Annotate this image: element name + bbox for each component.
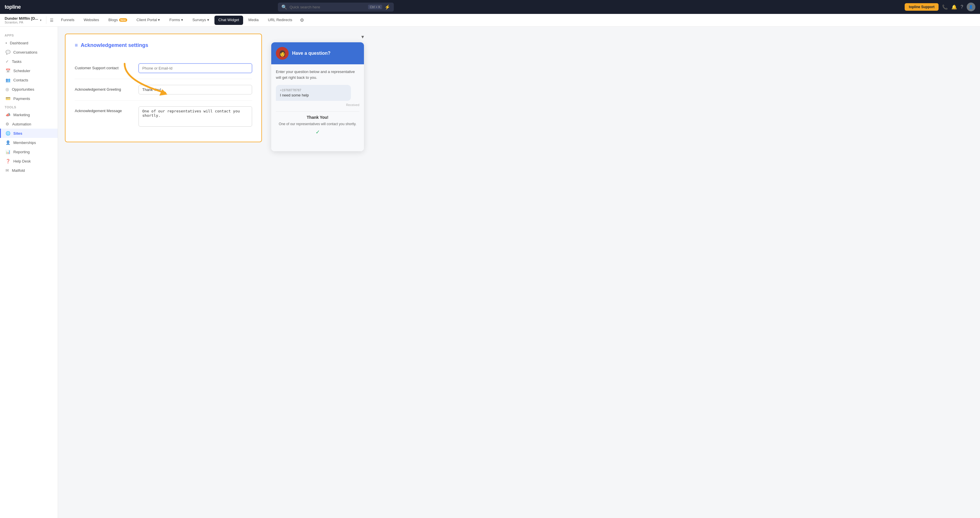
support-button[interactable]: topline Support: [905, 3, 939, 11]
workspace-selector[interactable]: Dunder Mifflin [D... Scranton, PA ▾: [5, 16, 46, 24]
help-icon[interactable]: ?: [961, 4, 963, 10]
sites-icon: 🌐: [5, 131, 10, 135]
form-row-support-contact: Customer Support contact: [75, 58, 252, 79]
blogs-new-badge: New: [119, 18, 127, 22]
workspace-name: Dunder Mifflin [D...: [5, 16, 38, 21]
mailfold-icon: ✉: [5, 168, 9, 173]
search-icon: 🔍: [282, 4, 287, 10]
sidebar: Apps ▪ Dashboard 💬 Conversations ✓ Tasks…: [0, 27, 58, 518]
chevron-down-icon: ▾: [40, 19, 41, 22]
sidebar-item-label: Payments: [13, 97, 30, 101]
sidebar-item-sites[interactable]: 🌐 Sites: [0, 129, 58, 138]
chat-ack-message: One of our representatives will contact …: [276, 121, 359, 127]
automation-icon: ⚙: [5, 122, 9, 126]
greeting-label: Acknowledgement Greeting: [75, 85, 133, 92]
content-area: ≡ Acknowledgement settings Customer Supp…: [58, 27, 980, 518]
support-contact-input-wrap: [138, 64, 252, 73]
sidebar-item-label: Memberships: [13, 140, 36, 145]
support-contact-label: Customer Support contact: [75, 64, 133, 70]
sidebar-item-memberships[interactable]: 👤 Memberships: [0, 138, 58, 147]
opportunities-icon: ◎: [5, 87, 9, 92]
sidebar-item-scheduler[interactable]: 📅 Scheduler: [0, 66, 58, 75]
scheduler-icon: 📅: [5, 68, 10, 73]
sidebar-item-label: Mailfold: [12, 168, 25, 173]
top-navigation: topline 🔍 Ctrl + K ⚡ topline Support 📞 🔔…: [0, 0, 980, 14]
chat-body: Enter your question below and a represen…: [271, 64, 364, 151]
preview-panel: ▾ 👩 Have a question? Enter your question…: [271, 33, 364, 511]
sidebar-item-label: Sites: [13, 131, 22, 135]
sidebar-item-payments[interactable]: 💳 Payments: [0, 94, 58, 103]
support-contact-input[interactable]: [138, 64, 252, 73]
sidebar-toggle-icon[interactable]: ☰: [50, 18, 54, 22]
tab-chat-widget[interactable]: Chat Widget: [215, 16, 243, 25]
chat-intro-text: Enter your question below and a represen…: [276, 69, 359, 80]
acknowledgement-settings-card: ≡ Acknowledgement settings Customer Supp…: [65, 33, 262, 142]
message-input-wrap: One of our representatives will contact …: [138, 106, 252, 128]
sidebar-item-help-desk[interactable]: ❓ Help Desk: [0, 156, 58, 166]
sidebar-item-dashboard[interactable]: ▪ Dashboard: [0, 38, 58, 48]
reporting-icon: 📊: [5, 149, 10, 154]
tasks-icon: ✓: [5, 59, 9, 64]
settings-icon[interactable]: ⚙: [300, 17, 304, 23]
sidebar-item-label: Reporting: [13, 150, 30, 154]
sidebar-item-label: Help Desk: [13, 159, 31, 164]
form-row-greeting: Acknowledgement Greeting: [75, 79, 252, 100]
chat-ack-title: Thank You!: [276, 115, 359, 120]
message-textarea[interactable]: One of our representatives will contact …: [138, 106, 252, 127]
tab-funnels[interactable]: Funnels: [57, 14, 78, 27]
chat-check-icon: ✓: [276, 129, 359, 135]
greeting-input[interactable]: [138, 85, 252, 94]
sidebar-item-marketing[interactable]: 📣 Marketing: [0, 110, 58, 119]
sidebar-item-tasks[interactable]: ✓ Tasks: [0, 57, 58, 66]
search-input[interactable]: [290, 5, 366, 9]
sidebar-item-label: Contacts: [13, 78, 28, 82]
sidebar-item-label: Scheduler: [13, 69, 30, 73]
chat-avatar: 👩: [276, 47, 289, 60]
search-bar[interactable]: 🔍 Ctrl + K ⚡: [278, 3, 394, 11]
help-desk-icon: ❓: [5, 159, 10, 164]
sidebar-item-mailfold[interactable]: ✉ Mailfold: [0, 166, 58, 175]
tools-section-label: Tools: [0, 103, 58, 110]
sub-navigation: Dunder Mifflin [D... Scranton, PA ▾ ☰ Fu…: [0, 14, 980, 27]
chat-widget-preview: 👩 Have a question? Enter your question b…: [271, 42, 364, 151]
apps-section-label: Apps: [0, 31, 58, 38]
card-title: Acknowledgement settings: [81, 42, 148, 48]
tab-media[interactable]: Media: [244, 14, 262, 27]
sidebar-item-opportunities[interactable]: ◎ Opportunities: [0, 84, 58, 94]
sidebar-item-label: Tasks: [12, 59, 21, 64]
marketing-icon: 📣: [5, 113, 10, 117]
sidebar-item-label: Marketing: [13, 113, 30, 117]
phone-icon[interactable]: 📞: [942, 4, 948, 10]
tab-blogs[interactable]: Blogs New: [104, 14, 131, 27]
sidebar-item-label: Automation: [12, 122, 31, 126]
sidebar-item-conversations[interactable]: 💬 Conversations: [0, 48, 58, 57]
chat-header: 👩 Have a question?: [271, 42, 364, 64]
sidebar-item-reporting[interactable]: 📊 Reporting: [0, 147, 58, 156]
sidebar-item-label: Opportunities: [12, 87, 34, 92]
greeting-input-wrap: [138, 85, 252, 94]
contacts-icon: 👥: [5, 78, 10, 82]
conversations-icon: 💬: [5, 50, 10, 54]
app-logo: topline: [5, 4, 21, 10]
chat-header-text: Have a question?: [292, 51, 330, 56]
sidebar-item-contacts[interactable]: 👥 Contacts: [0, 75, 58, 84]
chat-message-text: I need some help: [280, 93, 347, 97]
chat-message-bubble: +19768778787 I need some help: [276, 85, 351, 101]
tab-client-portal[interactable]: Client Portal ▾: [132, 14, 164, 27]
top-nav-right: topline Support 📞 🔔 ? 👤: [905, 3, 975, 11]
bell-icon[interactable]: 🔔: [951, 4, 957, 10]
main-panel: ≡ Acknowledgement settings Customer Supp…: [65, 33, 262, 511]
card-header: ≡ Acknowledgement settings: [75, 42, 252, 48]
tab-url-redirects[interactable]: URL Redirects: [264, 14, 296, 27]
tab-surveys[interactable]: Surveys ▾: [188, 14, 213, 27]
chat-received-status: Received: [276, 103, 359, 106]
sidebar-item-automation[interactable]: ⚙ Automation: [0, 119, 58, 129]
preview-chevron-icon[interactable]: ▾: [271, 33, 364, 40]
lightning-icon: ⚡: [385, 4, 390, 10]
tab-forms[interactable]: Forms ▾: [165, 14, 187, 27]
nav-tabs: Funnels Websites Blogs New Client Portal…: [57, 14, 304, 26]
payments-icon: 💳: [5, 96, 10, 101]
tab-websites[interactable]: Websites: [80, 14, 103, 27]
main-layout: Apps ▪ Dashboard 💬 Conversations ✓ Tasks…: [0, 27, 980, 518]
avatar[interactable]: 👤: [967, 3, 975, 11]
